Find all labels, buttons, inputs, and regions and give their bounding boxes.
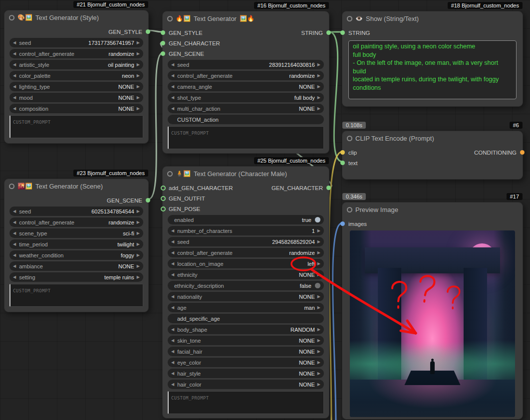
string-input-port-dot[interactable] [340, 30, 345, 35]
widget-hair-color[interactable]: ◀hair_colorNONE▶ [168, 380, 324, 389]
decrement-arrow-icon[interactable]: ◀ [13, 264, 16, 268]
increment-arrow-icon[interactable]: ▶ [317, 328, 320, 332]
decrement-arrow-icon[interactable]: ◀ [171, 63, 174, 67]
widget-artistic-style[interactable]: ◀artistic_styleoil painting▶ [9, 60, 143, 69]
gen-character-input-port-dot[interactable] [161, 41, 165, 45]
preview-image[interactable] [350, 230, 515, 417]
collapse-dot-icon[interactable] [167, 171, 173, 177]
gen-scene-output-port-dot[interactable] [146, 198, 150, 203]
increment-arrow-icon[interactable]: ▶ [137, 253, 140, 257]
decrement-arrow-icon[interactable]: ◀ [171, 251, 174, 255]
decrement-arrow-icon[interactable]: ◀ [13, 74, 16, 78]
increment-arrow-icon[interactable]: ▶ [137, 41, 140, 45]
add-gen-character-input-port-dot[interactable] [161, 186, 166, 191]
decrement-arrow-icon[interactable]: ◀ [171, 74, 174, 78]
node-title-bar[interactable]: 🔥🖼️ Text Generator 🖼️🔥 [163, 11, 329, 25]
widget-multi-char-action[interactable]: ◀multi_char_actionNONE▶ [168, 104, 324, 113]
increment-arrow-icon[interactable]: ▶ [317, 273, 320, 277]
gen-outfit-input-port-dot[interactable] [161, 196, 166, 201]
increment-arrow-icon[interactable]: ▶ [317, 251, 320, 255]
string-display[interactable]: oil painting style, using a neon color s… [348, 40, 517, 99]
decrement-arrow-icon[interactable]: ◀ [171, 372, 174, 376]
increment-arrow-icon[interactable]: ▶ [317, 361, 320, 365]
decrement-arrow-icon[interactable]: ◀ [171, 306, 174, 310]
decrement-arrow-icon[interactable]: ◀ [13, 220, 16, 224]
custom-prompt-input[interactable]: CUSTOM_PROMPT [168, 126, 324, 149]
widget-ethnicity-description[interactable]: ethnicity_descriptionfalse [168, 281, 324, 290]
widget-control-after-generate[interactable]: ◀control_after_generaterandomize▶ [9, 49, 143, 58]
decrement-arrow-icon[interactable]: ◀ [13, 231, 16, 235]
decrement-arrow-icon[interactable]: ◀ [171, 85, 174, 89]
decrement-arrow-icon[interactable]: ◀ [171, 229, 174, 233]
widget-seed[interactable]: ◀seed60251347854544▶ [9, 207, 143, 216]
decrement-arrow-icon[interactable]: ◀ [171, 328, 174, 332]
widget-seed[interactable]: ◀seed173177356741957▶ [9, 38, 143, 47]
node-text-generator-scene[interactable]: #23 Bjornulf_custom_nodes 🌇🖼️ Text Gener… [4, 179, 149, 312]
widget-mood[interactable]: ◀moodNONE▶ [9, 93, 143, 102]
increment-arrow-icon[interactable]: ▶ [137, 242, 140, 246]
node-show-string-text[interactable]: #18 Bjornulf_custom_nodes 👁️ Show (Strin… [342, 11, 523, 107]
clip-input-port-dot[interactable] [340, 150, 345, 155]
widget-control-after-generate[interactable]: ◀control_after_generaterandomize▶ [168, 248, 324, 257]
decrement-arrow-icon[interactable]: ◀ [13, 275, 16, 279]
gen-style-input-port-dot[interactable] [161, 30, 165, 35]
widget-composition[interactable]: ◀compositionNONE▶ [9, 104, 143, 113]
node-graph-canvas[interactable]: #21 Bjornulf_custom_nodes 🎨🖼️ Text Gener… [0, 0, 530, 420]
node-preview-image[interactable]: 0.346s #17 Preview Image images [342, 202, 523, 420]
widget-ethnicity[interactable]: ◀ethnicityNONE▶ [168, 270, 324, 279]
string-output-port-dot[interactable] [326, 30, 331, 35]
increment-arrow-icon[interactable]: ▶ [137, 275, 140, 279]
widget-time-period[interactable]: ◀time_periodtwilight▶ [9, 239, 143, 249]
increment-arrow-icon[interactable]: ▶ [317, 85, 320, 89]
increment-arrow-icon[interactable]: ▶ [137, 85, 140, 89]
increment-arrow-icon[interactable]: ▶ [317, 96, 320, 100]
custom-prompt-input[interactable]: CUSTOM_PROMPT [168, 391, 324, 414]
node-title-bar[interactable]: 🌇🖼️ Text Generator (Scene) [4, 179, 148, 193]
node-title-bar[interactable]: 🎨🖼️ Text Generator (Style) [4, 10, 148, 24]
widget-eye-color[interactable]: ◀eye_colorNONE▶ [168, 358, 324, 367]
widget-ambiance[interactable]: ◀ambianceNONE▶ [9, 261, 143, 271]
increment-arrow-icon[interactable]: ▶ [317, 262, 320, 266]
widget-seed[interactable]: ◀seed29458268529204▶ [168, 237, 324, 246]
node-title-bar[interactable]: CLIP Text Encode (Prompt) [342, 131, 523, 145]
decrement-arrow-icon[interactable]: ◀ [13, 85, 16, 89]
increment-arrow-icon[interactable]: ▶ [137, 231, 140, 235]
increment-arrow-icon[interactable]: ▶ [137, 220, 140, 224]
widget-age[interactable]: ◀ageman▶ [168, 303, 324, 312]
gen-style-output-port-dot[interactable] [146, 29, 150, 34]
decrement-arrow-icon[interactable]: ◀ [171, 350, 174, 354]
gen-scene-input-port-dot[interactable] [161, 51, 165, 56]
node-text-generator-character-male[interactable]: #25 Bjornulf_custom_nodes 🧍🖼️ Text Gener… [162, 166, 329, 419]
gen-pose-input-port-dot[interactable] [161, 207, 166, 211]
increment-arrow-icon[interactable]: ▶ [137, 264, 140, 268]
decrement-arrow-icon[interactable]: ◀ [171, 273, 174, 277]
increment-arrow-icon[interactable]: ▶ [137, 96, 140, 100]
decrement-arrow-icon[interactable]: ◀ [13, 41, 16, 45]
increment-arrow-icon[interactable]: ▶ [137, 74, 140, 78]
decrement-arrow-icon[interactable]: ◀ [13, 96, 16, 100]
widget-seed[interactable]: ◀seed283912164030816▶ [168, 60, 324, 69]
custom-prompt-input[interactable]: CUSTOM_PROMPT [9, 115, 143, 138]
toggle-knob-icon[interactable] [315, 217, 320, 222]
gen-character-output-port-dot[interactable] [326, 186, 331, 190]
collapse-dot-icon[interactable] [347, 136, 352, 141]
conditioning-output-port-dot[interactable] [520, 150, 525, 155]
widget-nationality[interactable]: ◀nationalityNONE▶ [168, 292, 324, 301]
increment-arrow-icon[interactable]: ▶ [317, 306, 320, 310]
node-title-bar[interactable]: Preview Image [342, 203, 523, 216]
widget-setting[interactable]: ◀settingtemple ruins▶ [9, 272, 143, 282]
widget-number-of-characters[interactable]: ◀number_of_characters1▶ [168, 226, 324, 235]
collapse-dot-icon[interactable] [9, 15, 14, 20]
decrement-arrow-icon[interactable]: ◀ [13, 210, 16, 213]
decrement-arrow-icon[interactable]: ◀ [13, 253, 16, 257]
decrement-arrow-icon[interactable]: ◀ [171, 295, 174, 299]
collapse-dot-icon[interactable] [347, 16, 352, 21]
increment-arrow-icon[interactable]: ▶ [317, 240, 320, 244]
collapse-dot-icon[interactable] [347, 207, 352, 212]
increment-arrow-icon[interactable]: ▶ [137, 63, 140, 67]
widget-location-on-image[interactable]: ◀location_on_imageleft▶ [168, 259, 324, 268]
widget-body-shape[interactable]: ◀body_shapeRANDOM▶ [168, 325, 324, 334]
button-custom-action[interactable]: CUSTOM_action [168, 115, 324, 124]
widget-weather-condition[interactable]: ◀weather_conditionfoggy▶ [9, 250, 143, 260]
decrement-arrow-icon[interactable]: ◀ [171, 383, 174, 387]
